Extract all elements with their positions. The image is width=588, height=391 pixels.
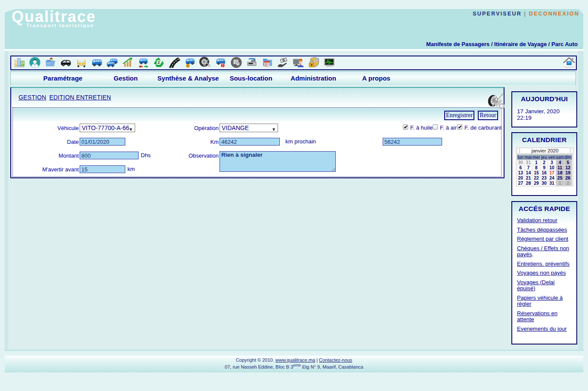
svg-text:2: 2 <box>158 60 160 65</box>
